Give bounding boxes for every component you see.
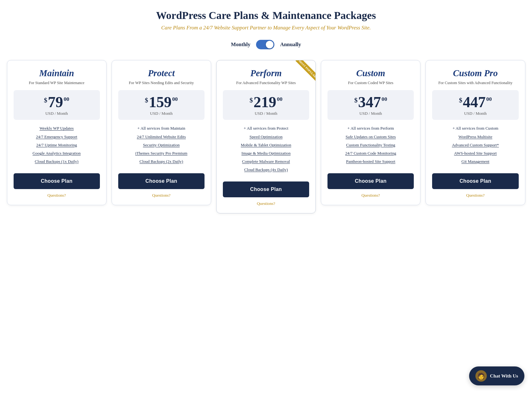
features-list: Weekly WP Updates24/7 Emergency Support2… <box>14 126 100 167</box>
feature-item: Mobile & Tablet Optimization <box>223 142 309 148</box>
plan-name: Protect <box>118 68 205 78</box>
most-popular-badge: MOST POPULAR <box>296 60 315 81</box>
choose-plan-button[interactable]: Choose Plan <box>14 173 100 189</box>
price-amount: 159 <box>149 95 172 110</box>
monthly-label: Monthly <box>231 41 251 48</box>
price-amount: 447 <box>463 95 486 110</box>
price-dollar: $ <box>250 96 253 104</box>
plan-name: Maintain <box>14 68 100 78</box>
feature-item: 24/7 Emergency Support <box>14 134 100 139</box>
price-period: USD / Month <box>226 111 306 116</box>
plan-name: Custom <box>327 68 414 78</box>
feature-item: Cloud Backups (2x Daily) <box>118 159 205 164</box>
price-amount: 219 <box>254 95 276 110</box>
price-period: USD / Month <box>435 111 515 116</box>
plan-card-maintain: Maintain For Standard WP Site Maintenanc… <box>7 60 107 205</box>
billing-toggle: Monthly Annually <box>6 40 526 49</box>
feature-item: AWS-hosted Site Support <box>432 150 518 156</box>
choose-plan-button[interactable]: Choose Plan <box>118 173 205 189</box>
choose-plan-button[interactable]: Choose Plan <box>223 181 309 197</box>
plan-card-custom-pro: Custom Pro For Custom Sites with Advance… <box>425 60 525 205</box>
feature-item: Advanced Custom Support* <box>432 142 518 148</box>
price-row: $ 347 00 <box>331 95 411 110</box>
billing-switch[interactable] <box>256 40 274 49</box>
ribbon-wrap: MOST POPULAR <box>290 60 315 86</box>
feature-item: 24/7 Custom Code Monitoring <box>327 150 414 156</box>
price-box: $ 219 00 USD / Month <box>223 90 309 120</box>
feature-item: + All services from Perform <box>327 126 414 131</box>
feature-item: 24/7 Uptime Monitoring <box>14 142 100 148</box>
chat-label: Chat With Us <box>490 373 518 379</box>
plan-desc: For Standard WP Site Maintenance <box>14 80 100 86</box>
price-box: $ 447 00 USD / Month <box>432 90 518 120</box>
questions-link[interactable]: Questions? <box>223 201 309 206</box>
feature-item: Image & Media Optimization <box>223 150 309 156</box>
questions-link[interactable]: Questions? <box>432 193 518 198</box>
feature-item: Cloud Backups (1x Daily) <box>14 159 100 164</box>
choose-plan-button[interactable]: Choose Plan <box>432 173 518 189</box>
price-cents: 00 <box>382 96 387 102</box>
price-period: USD / Month <box>121 111 201 116</box>
feature-item: Git Management <box>432 159 518 164</box>
plan-card-custom: Custom For Custom Coded WP Sites $ 347 0… <box>321 60 420 205</box>
page-header: WordPress Care Plans & Maintenance Packa… <box>6 9 526 31</box>
feature-item: + All services from Custom <box>432 126 518 131</box>
price-dollar: $ <box>145 96 148 104</box>
questions-link[interactable]: Questions? <box>14 193 100 198</box>
features-list: + All services from ProtectSpeed Optimiz… <box>223 126 309 175</box>
feature-item: Complete Malware Removal <box>223 159 309 164</box>
questions-link[interactable]: Questions? <box>118 193 205 198</box>
feature-item: Pantheon-hosted Site Support <box>327 159 414 164</box>
features-list: + All services from CustomWordPress Mult… <box>432 126 518 167</box>
feature-item: Safe Updates on Custom Sites <box>327 134 414 139</box>
price-row: $ 159 00 <box>121 95 201 110</box>
feature-item: Custom Functionality Testing <box>327 142 414 148</box>
plan-desc: For Custom Sites with Advanced Functiona… <box>432 80 518 86</box>
price-cents: 00 <box>172 96 178 102</box>
price-cents: 00 <box>64 96 70 102</box>
feature-item: Security Optimization <box>118 142 205 148</box>
price-box: $ 159 00 USD / Month <box>118 90 205 120</box>
features-list: + All services from Maintain24/7 Unlimit… <box>118 126 205 167</box>
feature-item: + All services from Protect <box>223 126 309 131</box>
price-row: $ 79 00 <box>17 95 97 110</box>
feature-item: Speed Optimization <box>223 134 309 139</box>
chat-avatar: 🧑 <box>475 370 487 382</box>
feature-item: iThemes Security Pro Premium <box>118 150 205 156</box>
price-dollar: $ <box>44 96 47 104</box>
price-row: $ 219 00 <box>226 95 306 110</box>
price-amount: 79 <box>48 95 63 110</box>
feature-item: + All services from Maintain <box>118 126 205 131</box>
price-period: USD / Month <box>331 111 411 116</box>
feature-item: Google Analytics Integration <box>14 150 100 156</box>
choose-plan-button[interactable]: Choose Plan <box>327 173 414 189</box>
price-period: USD / Month <box>17 111 97 116</box>
price-cents: 00 <box>486 96 492 102</box>
plans-container: Maintain For Standard WP Site Maintenanc… <box>7 60 525 213</box>
price-row: $ 447 00 <box>435 95 515 110</box>
price-box: $ 347 00 USD / Month <box>327 90 414 120</box>
plan-card-perform: MOST POPULAR Perform For Advanced Functi… <box>216 60 316 213</box>
features-list: + All services from PerformSafe Updates … <box>327 126 414 167</box>
chat-widget[interactable]: 🧑 Chat With Us <box>469 366 524 385</box>
price-dollar: $ <box>354 96 358 104</box>
plan-desc: For WP Sites Needing Edits and Security <box>118 80 205 86</box>
toggle-knob <box>266 41 273 48</box>
price-cents: 00 <box>277 96 283 102</box>
price-dollar: $ <box>459 96 462 104</box>
feature-item: Cloud Backups (4x Daily) <box>223 167 309 172</box>
plan-card-protect: Protect For WP Sites Needing Edits and S… <box>112 60 211 205</box>
price-box: $ 79 00 USD / Month <box>14 90 100 120</box>
feature-item: Weekly WP Updates <box>14 126 100 131</box>
questions-link[interactable]: Questions? <box>327 193 414 198</box>
plan-name: Custom Pro <box>432 68 518 78</box>
feature-item: 24/7 Unlimited Website Edits <box>118 134 205 139</box>
plan-desc: For Custom Coded WP Sites <box>327 80 414 86</box>
page-subtitle: Care Plans From a 24/7 Website Support P… <box>6 25 526 31</box>
feature-item: WordPress Multisite <box>432 134 518 139</box>
page-title: WordPress Care Plans & Maintenance Packa… <box>6 9 526 21</box>
annually-label: Annually <box>280 41 301 48</box>
price-amount: 347 <box>358 95 381 110</box>
